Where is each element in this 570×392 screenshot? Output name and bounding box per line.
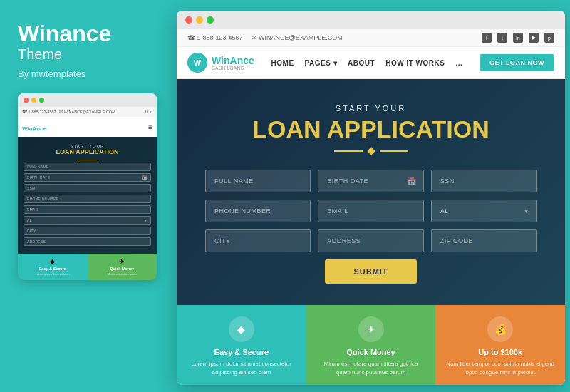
pinterest-icon[interactable]: p: [544, 33, 554, 43]
input-email[interactable]: [318, 200, 423, 222]
feature-quick-title: Quick Money: [346, 348, 395, 356]
mini-field-city: CITY: [24, 227, 151, 235]
mini-feature-quick-money: ✈ Quick Money Mirum est notare quam: [88, 254, 157, 280]
topbar-phone: ☎ 1-888-123-4567: [187, 34, 243, 41]
nav-home[interactable]: HOME: [271, 59, 294, 67]
left-panel: Winance Theme By mwtemplates ☎ 1-888-123…: [0, 0, 171, 392]
hero-content: START YOUR LOAN APPLICATION: [205, 104, 537, 154]
mini-feature-easy-secure: ◆ Easy & Secure Lorem ipsum dolor sit am…: [18, 254, 88, 280]
feature-easy-text: Lorem ipsum dolor sit amet consectetur a…: [187, 360, 296, 376]
field-city: [205, 229, 311, 252]
field-fullname: [205, 170, 311, 192]
mini-topbar: ☎ 1-888-123-4567 ✉ WINANCE@EXAMPLE.COM f…: [18, 107, 157, 117]
field-phone: [205, 200, 311, 222]
field-address: [318, 229, 423, 252]
field-state: ALAKAZARCA ▼: [431, 200, 537, 222]
hero-start-text: START YOUR: [205, 104, 537, 113]
mini-select-state: AL ▼: [24, 216, 151, 225]
feature-easy-secure: ◆ Easy & Secure Lorem ipsum dolor sit am…: [177, 305, 306, 385]
input-address[interactable]: [318, 229, 423, 252]
feature-100k-text: Nam liber tempor cum soluta nobis eligen…: [446, 360, 554, 376]
topbar-social: f t in ▶ p: [482, 33, 554, 43]
twitter-icon[interactable]: t: [497, 33, 507, 43]
feature-quick-money: ✈ Quick Money Mirum est notare quam litt…: [306, 305, 436, 385]
facebook-icon[interactable]: f: [482, 33, 492, 43]
youtube-icon[interactable]: ▶: [529, 33, 539, 43]
submit-button[interactable]: SUBMIT: [325, 259, 416, 284]
mini-dot-green: [39, 98, 44, 103]
topbar-contact: ☎ 1-888-123-4567 ✉ WINANCE@EXAMPLE.COM: [187, 34, 343, 41]
browser-bar: [177, 11, 565, 29]
form-row-3: [205, 229, 537, 252]
hero-title: LOAN APPLICATION: [205, 116, 537, 143]
up-to-100k-icon: 💰: [487, 316, 513, 342]
feature-quick-text: Mirum est notare quam littera gothica qu…: [317, 360, 425, 376]
dot-yellow: [196, 16, 203, 24]
mini-features: ◆ Easy & Secure Lorem ipsum dolor sit am…: [18, 254, 157, 280]
mini-field-birthdate: BIRTH DATE 📅: [24, 173, 151, 182]
hero-decorative-line: [205, 148, 537, 154]
mini-field-fullname: FULL NAME: [24, 163, 151, 171]
feature-easy-title: Easy & Secure: [214, 348, 269, 356]
mini-hero: START YOUR LOAN APPLICATION FULL NAME BI…: [18, 137, 157, 254]
site-topbar: ☎ 1-888-123-4567 ✉ WINANCE@EXAMPLE.COM f…: [177, 29, 565, 47]
input-fullname[interactable]: [205, 170, 311, 192]
feature-up-to-100k: 💰 Up to $100k Nam liber tempor cum solut…: [435, 305, 565, 385]
input-city[interactable]: [205, 229, 311, 252]
field-birthdate: 📅: [318, 170, 423, 192]
feature-100k-title: Up to $100k: [478, 348, 522, 356]
field-zipcode: [431, 229, 537, 252]
logo-text-block: WinAnce CASH LOANS: [212, 56, 254, 71]
select-state[interactable]: ALAKAZARCA: [431, 200, 537, 222]
calendar-icon: 📅: [407, 177, 417, 186]
site-nav: W WinAnce CASH LOANS HOME PAGES ▾ ABOUT …: [177, 47, 565, 79]
mini-browser-bar: [18, 93, 157, 107]
mini-browser-content: ☎ 1-888-123-4567 ✉ WINANCE@EXAMPLE.COM f…: [18, 107, 157, 280]
features-section: ◆ Easy & Secure Lorem ipsum dolor sit am…: [177, 305, 565, 385]
form-row-1: 📅: [205, 170, 537, 192]
mini-nav: WinAnce ≡: [18, 117, 157, 137]
hero-section: START YOUR LOAN APPLICATION 📅: [177, 79, 565, 305]
get-loan-button[interactable]: GET LOAN NOW: [480, 54, 554, 71]
quick-money-icon: ✈: [358, 316, 384, 342]
field-email: [318, 200, 423, 222]
input-phone[interactable]: [205, 200, 311, 222]
logo-icon: W: [187, 53, 207, 73]
main-browser: ☎ 1-888-123-4567 ✉ WINANCE@EXAMPLE.COM f…: [177, 11, 565, 385]
mini-field-ssn: SSN: [24, 184, 151, 192]
mini-logo: WinAnce: [22, 120, 46, 133]
mini-browser-preview: ☎ 1-888-123-4567 ✉ WINANCE@EXAMPLE.COM f…: [18, 93, 157, 280]
loan-form: 📅 ALAKAZARCA ▼: [205, 170, 537, 284]
mini-dot-yellow: [31, 98, 36, 103]
nav-more[interactable]: ...: [455, 59, 462, 67]
linkedin-icon[interactable]: in: [513, 33, 523, 43]
theme-subtitle: Theme: [18, 46, 153, 63]
dot-red: [185, 16, 192, 24]
mini-field-phone: PHONE NUMBER: [24, 195, 151, 203]
easy-secure-icon: ◆: [229, 316, 254, 342]
input-ssn[interactable]: [431, 170, 537, 192]
mini-field-email: EMAIL: [24, 205, 151, 214]
mini-divider: [77, 160, 98, 160]
nav-logo: W WinAnce CASH LOANS: [187, 53, 254, 73]
nav-how-it-works[interactable]: HOW IT WORKS: [385, 59, 445, 67]
input-zipcode[interactable]: [431, 229, 537, 252]
mini-dot-red: [24, 98, 28, 103]
nav-links: HOME PAGES ▾ ABOUT HOW IT WORKS ...: [271, 59, 463, 67]
form-row-2: ALAKAZARCA ▼: [205, 200, 537, 222]
theme-title: Winance: [18, 21, 153, 46]
dot-green: [207, 16, 214, 24]
nav-pages[interactable]: PAGES ▾: [305, 59, 338, 67]
mini-hamburger-icon: ≡: [148, 123, 152, 131]
topbar-email: ✉ WINANCE@EXAMPLE.COM: [252, 34, 343, 41]
mini-field-address: ADDRESS: [24, 237, 151, 246]
submit-row: SUBMIT: [205, 259, 537, 284]
field-ssn: [431, 170, 537, 192]
nav-about[interactable]: ABOUT: [348, 59, 375, 67]
theme-author: By mwtemplates: [18, 68, 153, 79]
